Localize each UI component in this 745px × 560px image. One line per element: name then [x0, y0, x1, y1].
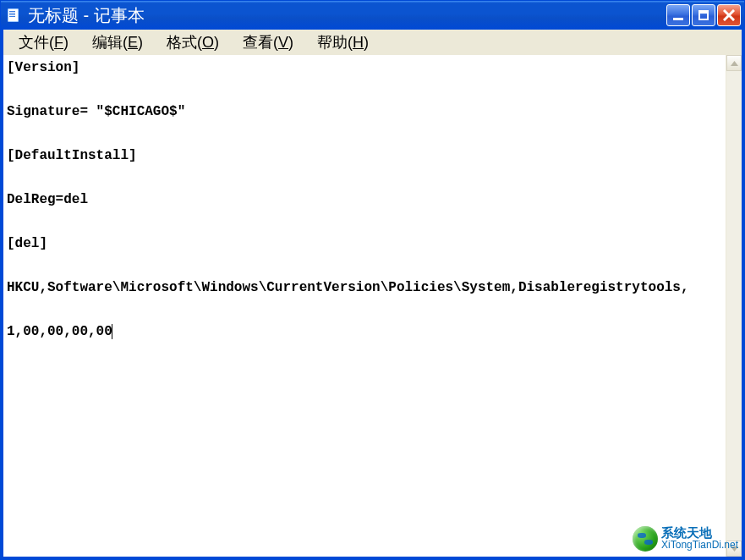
- text-cursor-icon: [112, 324, 112, 339]
- menu-help[interactable]: 帮助(H): [305, 30, 381, 54]
- window-controls: [666, 4, 742, 26]
- editor-frame: [Version] Signature= "$CHICAGO$" [Defaul…: [1, 55, 744, 559]
- menu-format[interactable]: 格式(O): [155, 30, 231, 54]
- window-title: 无标题 - 记事本: [28, 4, 145, 27]
- maximize-button[interactable]: [692, 4, 715, 26]
- menu-view[interactable]: 查看(V): [231, 30, 305, 54]
- notepad-window: 无标题 - 记事本 文件(F) 编辑(E) 格式(O) 查看(V) 帮助(H) …: [0, 0, 745, 560]
- minimize-button[interactable]: [666, 4, 690, 26]
- watermark-url: XiTongTianDi.net: [661, 539, 738, 551]
- vertical-scrollbar[interactable]: [726, 55, 742, 557]
- globe-icon: [633, 526, 658, 552]
- close-button[interactable]: [717, 4, 741, 26]
- scroll-up-button[interactable]: [726, 55, 742, 71]
- menu-file[interactable]: 文件(F): [7, 30, 80, 54]
- menu-bar: 文件(F) 编辑(E) 格式(O) 查看(V) 帮助(H): [1, 30, 744, 55]
- title-bar[interactable]: 无标题 - 记事本: [1, 1, 744, 30]
- editor-content: [Version] Signature= "$CHICAGO$" [Defaul…: [7, 60, 689, 339]
- watermark: 系统天地 XiTongTianDi.net: [633, 526, 738, 552]
- text-editor[interactable]: [Version] Signature= "$CHICAGO$" [Defaul…: [3, 55, 726, 557]
- scrollbar-track[interactable]: [726, 71, 742, 541]
- watermark-title: 系统天地: [661, 527, 712, 539]
- notepad-icon: [6, 8, 21, 23]
- menu-edit[interactable]: 编辑(E): [80, 30, 155, 54]
- watermark-text: 系统天地 XiTongTianDi.net: [661, 527, 738, 551]
